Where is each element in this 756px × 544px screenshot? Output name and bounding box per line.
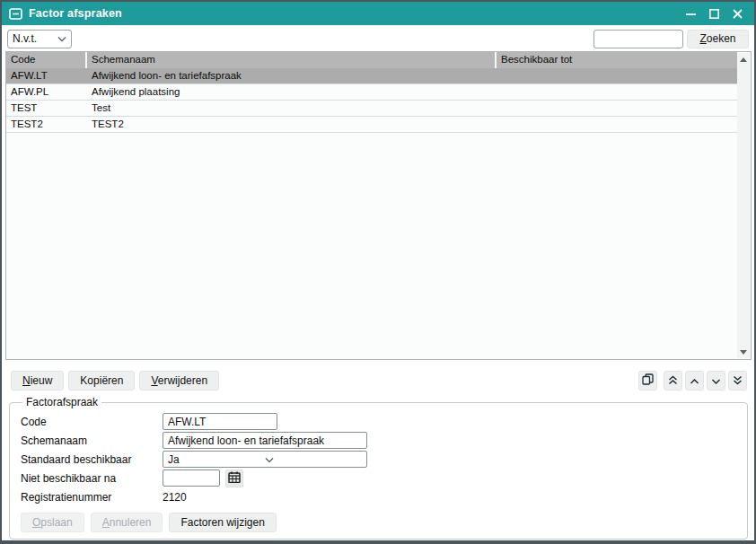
first-record-button[interactable] xyxy=(664,371,682,390)
standaard-beschikbaar-label: Standaard beschikbaar xyxy=(21,453,163,466)
opslaan-button[interactable]: Opslaan xyxy=(21,513,84,532)
next-record-button[interactable] xyxy=(707,371,725,390)
scroll-down-icon[interactable] xyxy=(737,346,750,358)
chevron-down-icon xyxy=(57,32,66,45)
titlebar: Factor afspraken xyxy=(2,2,754,25)
form-row-schemanaam: Schemanaam xyxy=(21,431,738,450)
toolbar: N.v.t. Zoeken xyxy=(2,25,754,50)
niet-beschikbaar-na-label: Niet beschikbaar na xyxy=(21,472,163,485)
chevron-up-icon xyxy=(690,374,699,388)
copy-button[interactable] xyxy=(638,371,657,390)
table-header: Code Schemanaam Beschikbaar tot xyxy=(6,52,737,68)
factoren-wijzigen-button[interactable]: Factoren wijzigen xyxy=(169,513,276,532)
form-row-code: Code xyxy=(21,412,738,431)
annuleren-button[interactable]: Annuleren xyxy=(91,513,163,532)
search-input[interactable] xyxy=(593,30,683,48)
maximize-icon[interactable] xyxy=(708,7,720,20)
chevron-down-icon xyxy=(711,374,721,388)
list-actions: Nieuw Kopiëren Verwijderen xyxy=(2,360,754,396)
calendar-icon xyxy=(228,471,241,486)
kopieren-button[interactable]: Kopiëren xyxy=(68,371,135,390)
registratienummer-value: 2120 xyxy=(163,491,187,504)
minimize-icon[interactable] xyxy=(684,7,697,20)
factor-afspraken-window: Factor afspraken N.v.t. Zoeken Code xyxy=(0,0,756,544)
previous-record-button[interactable] xyxy=(685,371,704,390)
factor-table: Code Schemanaam Beschikbaar tot AFW.LT A… xyxy=(5,51,752,360)
zoeken-button[interactable]: Zoeken xyxy=(687,30,749,48)
niet-beschikbaar-na-field[interactable] xyxy=(163,469,220,487)
double-chevron-up-icon xyxy=(668,374,678,388)
scroll-up-icon[interactable] xyxy=(737,53,750,66)
form-row-niet-beschikbaar-na: Niet beschikbaar na xyxy=(21,469,738,487)
table-row[interactable]: TEST2 TEST2 xyxy=(6,117,737,133)
last-record-button[interactable] xyxy=(728,371,747,390)
verwijderen-button[interactable]: Verwijderen xyxy=(139,371,219,390)
filter-dropdown[interactable]: N.v.t. xyxy=(7,30,72,48)
factorafspraak-fieldset: Factorafspraak Code Schemanaam Standaard… xyxy=(9,396,748,540)
column-header-beschikbaar-tot[interactable]: Beschikbaar tot xyxy=(497,52,737,68)
registratienummer-label: Registratienummer xyxy=(21,491,163,504)
column-header-code[interactable]: Code xyxy=(6,52,87,68)
date-picker-button[interactable] xyxy=(225,469,243,487)
form-row-standaard-beschikbaar: Standaard beschikbaar Ja xyxy=(21,450,738,469)
close-icon[interactable] xyxy=(731,7,743,20)
code-label: Code xyxy=(21,416,163,428)
table-row[interactable]: AFW.LT Afwijkend loon- en tariefafspraak xyxy=(6,68,737,84)
vertical-scrollbar[interactable] xyxy=(737,53,750,358)
column-header-schemanaam[interactable]: Schemanaam xyxy=(87,52,497,68)
standaard-beschikbaar-select[interactable]: Ja xyxy=(163,451,367,468)
form-row-registratienummer: Registratienummer 2120 xyxy=(21,487,738,506)
filter-dropdown-value: N.v.t. xyxy=(13,32,57,45)
form-window-icon xyxy=(9,8,22,20)
code-field[interactable] xyxy=(163,413,277,430)
copy-icon xyxy=(642,373,654,388)
nieuw-button[interactable]: Nieuw xyxy=(11,371,64,390)
fieldset-legend: Factorafspraak xyxy=(22,396,101,408)
chevron-down-icon xyxy=(265,453,362,466)
schemanaam-label: Schemanaam xyxy=(21,434,163,447)
table-row[interactable]: TEST Test xyxy=(6,101,737,117)
double-chevron-down-icon xyxy=(733,374,743,388)
form-buttons: Opslaan Annuleren Factoren wijzigen xyxy=(21,513,738,532)
schemanaam-field[interactable] xyxy=(163,432,367,449)
window-title: Factor afspraken xyxy=(29,7,684,20)
table-row[interactable]: AFW.PL Afwijkend plaatsing xyxy=(6,84,737,101)
